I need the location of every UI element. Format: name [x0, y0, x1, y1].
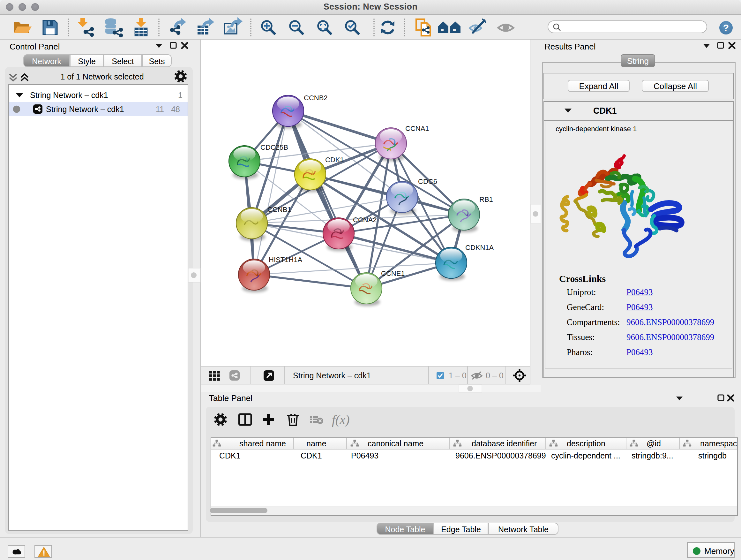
svg-text:description: description	[567, 439, 605, 448]
svg-text:String Network – cdk1: String Network – cdk1	[46, 105, 124, 114]
svg-text:CDK1: CDK1	[219, 451, 241, 460]
svg-text:CCNE1: CCNE1	[381, 269, 405, 277]
svg-text:11: 11	[156, 105, 164, 114]
svg-text:RB1: RB1	[479, 195, 493, 203]
svg-text:CDK1: CDK1	[593, 106, 617, 116]
svg-text:P06493: P06493	[351, 451, 379, 460]
svg-text:stringdb:9...: stringdb:9...	[631, 451, 673, 460]
svg-text:@id: @id	[647, 439, 661, 448]
svg-text:CDKN1A: CDKN1A	[465, 244, 494, 252]
svg-text:stringdb: stringdb	[698, 451, 727, 460]
svg-text:String Network – cdk1: String Network – cdk1	[30, 91, 108, 100]
svg-text:1 – 0: 1 – 0	[449, 371, 467, 380]
svg-text:1: 1	[178, 91, 183, 100]
svg-text:f(x): f(x)	[332, 413, 350, 427]
svg-text:HIST1H1A: HIST1H1A	[269, 256, 302, 264]
svg-text:CDC6: CDC6	[418, 178, 437, 186]
svg-text:canonical name: canonical name	[367, 439, 423, 448]
svg-text:CDK1: CDK1	[300, 451, 322, 460]
svg-text:name: name	[307, 439, 327, 448]
svg-text:CCNB1: CCNB1	[267, 206, 291, 213]
svg-text:CCNA2: CCNA2	[353, 216, 377, 224]
svg-text:CCNA1: CCNA1	[405, 125, 429, 132]
svg-text:namespac: namespac	[700, 439, 737, 448]
svg-text:CCNB2: CCNB2	[304, 94, 328, 102]
svg-text:Memory: Memory	[704, 546, 734, 556]
svg-text:48: 48	[171, 105, 180, 114]
svg-text:String Network – cdk1: String Network – cdk1	[293, 371, 371, 380]
svg-text:database identifier: database identifier	[472, 439, 537, 448]
svg-text:1 of 1 Network selected: 1 of 1 Network selected	[60, 72, 144, 81]
svg-text:CDC25B: CDC25B	[260, 143, 288, 151]
svg-text:CDK1: CDK1	[325, 156, 344, 164]
svg-text:9606.ENSP00000378699: 9606.ENSP00000378699	[455, 451, 546, 460]
svg-text:shared name: shared name	[239, 439, 286, 448]
svg-text:cyclin-dependent ...: cyclin-dependent ...	[551, 451, 620, 460]
svg-text:0 – 0: 0 – 0	[486, 371, 503, 380]
